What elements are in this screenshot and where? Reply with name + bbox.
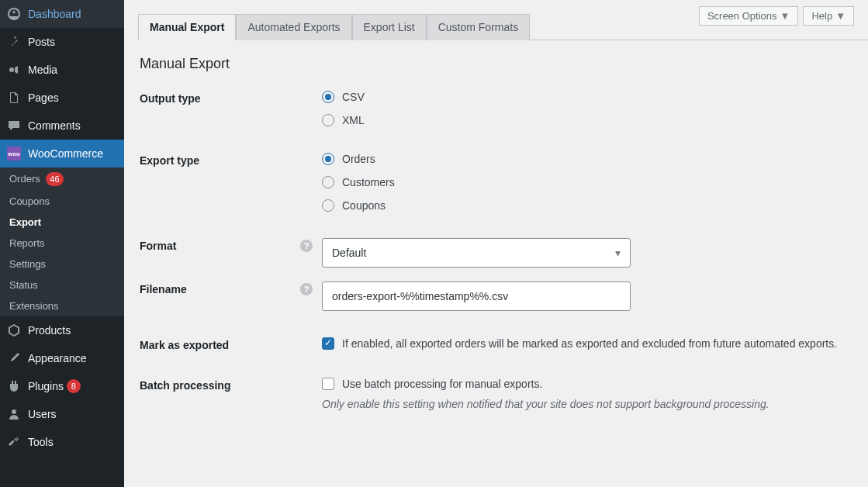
export-type-orders[interactable]: Orders — [322, 153, 852, 165]
help-button[interactable]: Help ▼ — [803, 6, 854, 26]
export-type-customers[interactable]: Customers — [322, 176, 852, 188]
output-type-xml[interactable]: XML — [322, 114, 852, 126]
users-icon — [6, 406, 22, 422]
format-label: Format — [140, 240, 176, 252]
svg-point-1 — [12, 409, 16, 414]
export-type-coupons[interactable]: Coupons — [322, 199, 852, 212]
batch-checkbox[interactable] — [322, 378, 334, 390]
batch-option[interactable]: Use batch processing for manual exports. — [322, 378, 852, 390]
pages-icon — [6, 90, 22, 105]
orders-count-badge: 46 — [46, 172, 63, 186]
woocommerce-icon: woo — [6, 146, 22, 161]
menu-label: Dashboard — [28, 8, 81, 20]
output-type-label: Output type — [140, 91, 322, 105]
menu-label: Plugins — [28, 380, 64, 392]
menu-label: Media — [28, 64, 57, 76]
menu-appearance[interactable]: Appearance — [0, 344, 124, 372]
menu-media[interactable]: Media — [0, 56, 124, 84]
menu-label: Comments — [28, 119, 81, 132]
sub-status[interactable]: Status — [0, 275, 124, 295]
tab-automated-exports[interactable]: Automated Exports — [236, 14, 351, 40]
sub-coupons[interactable]: Coupons — [0, 191, 124, 212]
menu-label: Tools — [28, 436, 54, 448]
media-icon — [6, 62, 22, 78]
comments-icon — [6, 118, 22, 133]
menu-posts[interactable]: Posts — [0, 28, 124, 56]
filename-label: Filename — [140, 283, 187, 295]
dashboard-icon — [6, 6, 22, 22]
batch-hint: Only enable this setting when notified t… — [322, 398, 852, 410]
help-icon[interactable]: ? — [300, 240, 313, 252]
filename-input[interactable] — [322, 281, 631, 311]
export-type-label: Export type — [140, 153, 322, 167]
menu-users[interactable]: Users — [0, 400, 124, 428]
menu-label: Products — [28, 324, 71, 337]
caret-down-icon: ▾ — [615, 247, 621, 259]
sub-settings[interactable]: Settings — [0, 254, 124, 275]
admin-sidebar: Dashboard Posts Media Pages Comments woo… — [0, 0, 124, 487]
sub-extensions[interactable]: Extensions — [0, 295, 124, 316]
sub-orders[interactable]: Orders 46 — [0, 168, 124, 191]
coupons-radio[interactable] — [322, 199, 334, 212]
csv-radio[interactable] — [322, 91, 334, 103]
output-type-csv[interactable]: CSV — [322, 91, 852, 103]
customers-radio[interactable] — [322, 176, 334, 188]
xml-radio[interactable] — [322, 114, 334, 126]
format-select[interactable]: Default ▾ — [322, 238, 631, 268]
pin-icon — [6, 34, 22, 50]
tools-icon — [6, 434, 22, 450]
tab-custom-formats[interactable]: Custom Formats — [427, 14, 530, 40]
mark-exported-label: Mark as exported — [140, 337, 322, 351]
screen-options-button[interactable]: Screen Options ▼ — [699, 6, 798, 26]
mark-exported-checkbox[interactable] — [322, 337, 334, 350]
tab-export-list[interactable]: Export List — [352, 14, 427, 40]
orders-radio[interactable] — [322, 153, 334, 165]
menu-label: Users — [28, 408, 57, 420]
plugins-icon — [6, 378, 22, 394]
caret-down-icon: ▼ — [835, 10, 846, 22]
menu-comments[interactable]: Comments — [0, 112, 124, 140]
products-icon — [6, 323, 22, 338]
menu-tools[interactable]: Tools — [0, 428, 124, 456]
tab-manual-export[interactable]: Manual Export — [138, 14, 236, 40]
menu-plugins[interactable]: Plugins 8 — [0, 372, 124, 400]
mark-exported-option[interactable]: If enabled, all exported orders will be … — [322, 337, 852, 350]
woocommerce-submenu: Orders 46 Coupons Export Reports Setting… — [0, 168, 124, 316]
menu-label: Appearance — [28, 352, 87, 364]
menu-pages[interactable]: Pages — [0, 84, 124, 112]
menu-woocommerce[interactable]: woo WooCommerce — [0, 140, 124, 168]
menu-label: Pages — [28, 92, 59, 104]
page-title: Manual Export — [140, 56, 852, 72]
caret-down-icon: ▼ — [780, 10, 790, 22]
sub-label: Orders — [9, 173, 40, 185]
menu-dashboard[interactable]: Dashboard — [0, 0, 124, 28]
main-content: Screen Options ▼ Help ▼ Manual Export Au… — [124, 0, 868, 487]
help-icon[interactable]: ? — [300, 283, 313, 295]
plugins-count-badge: 8 — [67, 379, 81, 393]
menu-products[interactable]: Products — [0, 316, 124, 344]
menu-label: WooCommerce — [28, 147, 103, 160]
sub-reports[interactable]: Reports — [0, 233, 124, 254]
svg-point-0 — [9, 67, 14, 72]
sub-export[interactable]: Export — [0, 212, 124, 233]
batch-label: Batch processing — [140, 378, 322, 392]
appearance-icon — [6, 351, 22, 366]
menu-label: Posts — [28, 36, 55, 48]
